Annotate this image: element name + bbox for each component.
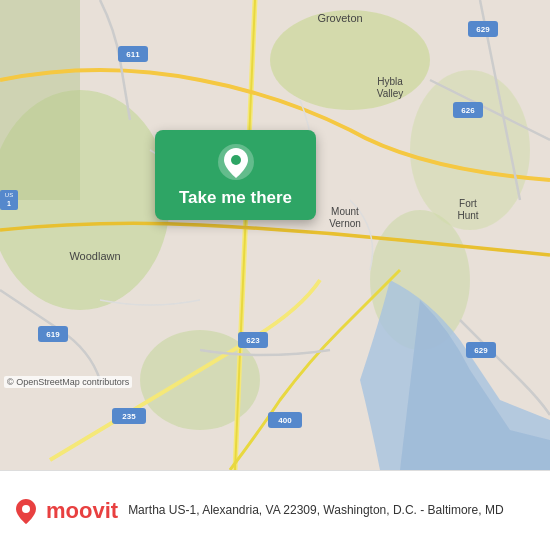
take-me-there-button[interactable]: Take me there — [155, 130, 316, 220]
svg-text:611: 611 — [126, 50, 140, 59]
svg-text:626: 626 — [461, 106, 475, 115]
svg-text:Woodlawn: Woodlawn — [69, 250, 120, 262]
moovit-logo: moovit — [12, 497, 118, 525]
svg-text:629: 629 — [474, 346, 488, 355]
svg-text:US: US — [5, 192, 13, 198]
svg-text:235: 235 — [122, 412, 136, 421]
svg-text:629: 629 — [476, 25, 490, 34]
map-svg: 611 629 626 629 619 623 235 400 Groveton… — [0, 0, 550, 470]
moovit-logo-text: moovit — [46, 498, 118, 524]
svg-text:Valley: Valley — [377, 88, 404, 99]
popup-label: Take me there — [179, 188, 292, 208]
svg-point-38 — [22, 505, 30, 513]
svg-text:Hybla: Hybla — [377, 76, 403, 87]
osm-credit: © OpenStreetMap contributors — [4, 376, 132, 388]
svg-text:Fort: Fort — [459, 198, 477, 209]
svg-text:Hunt: Hunt — [457, 210, 478, 221]
svg-point-5 — [270, 10, 430, 110]
location-pin-icon — [216, 142, 256, 182]
svg-rect-4 — [0, 0, 80, 200]
svg-text:619: 619 — [46, 330, 60, 339]
svg-text:Vernon: Vernon — [329, 218, 361, 229]
svg-text:400: 400 — [278, 416, 292, 425]
bottom-bar: moovit Martha US-1, Alexandria, VA 22309… — [0, 470, 550, 550]
moovit-logo-pin-icon — [12, 497, 40, 525]
svg-text:1: 1 — [7, 200, 11, 207]
svg-text:Groveton: Groveton — [317, 12, 362, 24]
svg-point-37 — [231, 155, 241, 165]
svg-text:Mount: Mount — [331, 206, 359, 217]
map-container: 611 629 626 629 619 623 235 400 Groveton… — [0, 0, 550, 470]
address-text: Martha US-1, Alexandria, VA 22309, Washi… — [128, 502, 538, 519]
svg-text:623: 623 — [246, 336, 260, 345]
